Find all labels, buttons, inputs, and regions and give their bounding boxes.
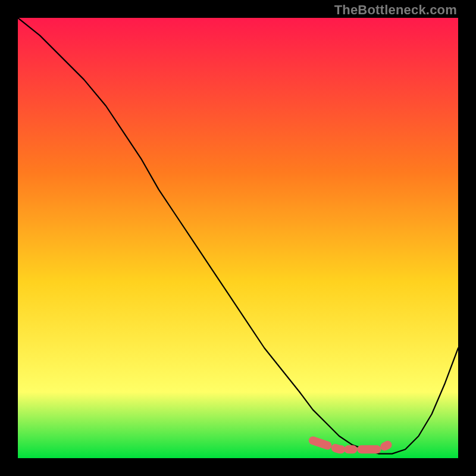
bottleneck-chart <box>18 18 458 458</box>
chart-frame <box>18 18 458 458</box>
watermark-text: TheBottleneck.com <box>334 2 457 18</box>
highlight-dot <box>384 441 392 449</box>
gradient-background <box>18 18 458 458</box>
